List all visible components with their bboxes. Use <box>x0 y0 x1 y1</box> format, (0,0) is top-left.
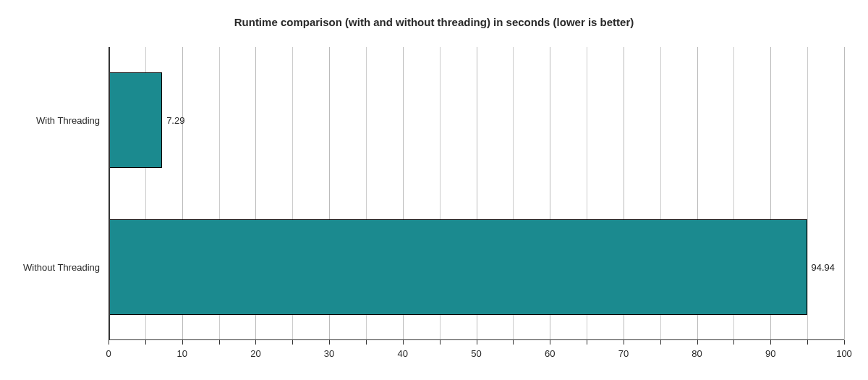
bar <box>109 219 807 315</box>
x-tick <box>219 340 220 345</box>
x-tick-label: 80 <box>692 348 702 359</box>
x-tick-label: 30 <box>324 348 334 359</box>
bar-value-label: 7.29 <box>166 115 184 126</box>
bar-value-label: 94.94 <box>812 261 835 272</box>
y-axis <box>109 47 110 340</box>
x-tick <box>109 340 109 345</box>
x-tick <box>329 340 330 345</box>
x-tick <box>844 340 845 345</box>
x-tick <box>733 340 734 345</box>
gridline <box>844 47 845 340</box>
x-tick <box>292 340 293 345</box>
x-tick <box>624 340 624 345</box>
x-tick-label: 90 <box>765 348 775 359</box>
x-tick <box>255 340 256 345</box>
x-tick <box>366 340 367 345</box>
x-tick <box>477 340 477 345</box>
y-tick-label: Without Threading <box>23 261 100 272</box>
x-tick <box>550 340 550 345</box>
x-tick <box>182 340 183 345</box>
x-tick-label: 50 <box>471 348 481 359</box>
x-tick <box>440 340 441 345</box>
y-tick-label: With Threading <box>36 115 100 126</box>
x-tick <box>403 340 404 345</box>
x-tick <box>770 340 771 345</box>
x-tick-label: 0 <box>106 348 111 359</box>
x-tick-label: 10 <box>176 348 187 359</box>
bar <box>109 72 162 168</box>
x-axis <box>109 339 844 341</box>
x-tick <box>807 340 808 345</box>
x-tick-label: 70 <box>618 348 629 359</box>
chart-title: Runtime comparison (with and without thr… <box>0 0 868 28</box>
x-tick-label: 20 <box>250 348 260 359</box>
x-tick-label: 40 <box>398 348 408 359</box>
plot-area: 01020304050607080901007.29With Threading… <box>109 47 844 340</box>
x-tick <box>697 340 698 345</box>
x-tick-label: 100 <box>836 348 852 359</box>
x-tick <box>660 340 661 345</box>
chart-area: 01020304050607080901007.29With Threading… <box>109 47 844 340</box>
x-tick <box>587 340 587 345</box>
gridline <box>807 47 808 340</box>
x-tick <box>145 340 146 345</box>
x-tick-label: 60 <box>545 348 555 359</box>
x-tick <box>513 340 514 345</box>
